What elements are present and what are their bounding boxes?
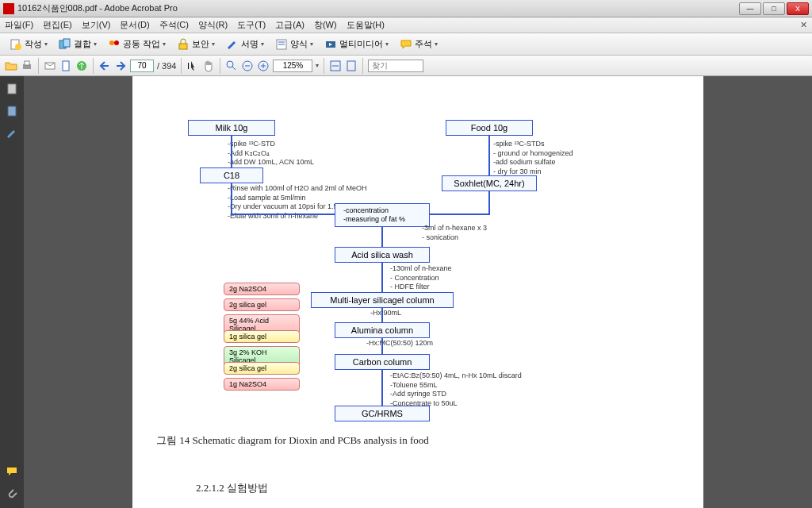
nav-panel — [0, 76, 24, 508]
menu-file[interactable]: 파일(F) — [5, 19, 33, 31]
marquee-zoom-icon[interactable] — [225, 60, 238, 72]
pill-7: 1g Na2SO4 — [224, 378, 300, 391]
attachments-panel-icon[interactable] — [6, 487, 18, 500]
menu-bar: 파일(F) 편집(E) 보기(V) 문서(D) 주석(C) 양식(R) 도구(T… — [0, 17, 812, 33]
select-icon[interactable]: I — [186, 60, 199, 72]
create-button[interactable]: 작성▾ — [5, 37, 52, 52]
menu-advanced[interactable]: 고급(A) — [275, 19, 304, 31]
pages-icon[interactable] — [59, 60, 72, 72]
svg-rect-28 — [8, 84, 16, 94]
main-area: Milk 10g -spike ¹³C-STD -Add K₂C₂O₄ -add… — [0, 76, 812, 508]
svg-point-5 — [114, 40, 119, 45]
close-button[interactable]: X — [787, 2, 809, 15]
window-controls: — □ X — [739, 2, 809, 15]
zoom-dd[interactable]: ▾ — [316, 62, 319, 69]
note-food: -spike ¹³C-STDs - ground or homogenized … — [493, 140, 573, 177]
secure-label: 보안 — [192, 38, 209, 50]
note-hxmc: -Hx:MC(50:50) 120m — [366, 339, 433, 348]
pill-6: 2g silica gel — [224, 362, 300, 375]
svg-rect-27 — [347, 61, 355, 71]
lock-icon — [177, 38, 190, 51]
sign-button[interactable]: 서명▾ — [221, 37, 269, 52]
fit-page-icon[interactable] — [345, 60, 358, 72]
create-icon — [10, 38, 22, 51]
close-doc-button[interactable]: ✕ — [800, 20, 807, 30]
search-input[interactable] — [368, 60, 423, 72]
open-icon[interactable] — [5, 60, 17, 72]
menu-window[interactable]: 창(W) — [314, 19, 337, 31]
box-multi: Multi-layer silicagel column — [311, 292, 454, 308]
forms-label: 양식 — [290, 38, 308, 50]
box-alumina: Alumina column — [335, 322, 430, 338]
svg-text:I: I — [187, 61, 190, 71]
note-acid: -130ml of n-hexane - Concentration - HDF… — [390, 264, 452, 292]
zoom-input[interactable] — [273, 60, 312, 72]
collab-button[interactable]: 공동 작업▾ — [103, 37, 170, 52]
zoom-out-icon[interactable] — [241, 60, 254, 72]
pill-4: 1g silica gel — [224, 330, 300, 343]
email-icon[interactable] — [44, 60, 56, 72]
next-page-icon[interactable] — [114, 60, 127, 72]
box-acid: Acid silica wash — [335, 247, 430, 263]
prev-page-icon[interactable] — [98, 60, 111, 72]
note-hx: -Hx 90mL — [370, 309, 401, 318]
section-heading: 2.2.1.2 실험방법 — [196, 481, 268, 495]
comment-button[interactable]: 주석▾ — [395, 37, 442, 52]
menu-forms[interactable]: 양식(R) — [198, 19, 228, 31]
window-title: 10162식품안008.pdf - Adobe Acrobat Pro — [17, 2, 739, 14]
menu-comments[interactable]: 주석(C) — [159, 19, 189, 31]
page-total: / 394 — [157, 61, 176, 71]
box-soxhlet: Soxhlet(MC, 24hr) — [442, 175, 537, 191]
box-milk: Milk 10g — [188, 120, 275, 136]
bookmarks-panel-icon[interactable] — [6, 105, 18, 117]
create-label: 작성 — [25, 38, 42, 50]
sign-label: 서명 — [241, 38, 259, 50]
menu-document[interactable]: 문서(D) — [120, 19, 149, 31]
forms-button[interactable]: 양식▾ — [270, 37, 318, 52]
combine-label: 결합 — [74, 38, 91, 50]
hand-icon[interactable] — [202, 60, 215, 72]
document-viewport[interactable]: Milk 10g -spike ¹³C-STD -Add K₂C₂O₄ -add… — [24, 76, 812, 508]
note-milk: -spike ¹³C-STD -Add K₂C₂O₄ -add DW 10mL,… — [228, 140, 314, 167]
box-c18: C18 — [200, 167, 263, 183]
app-icon — [3, 3, 14, 14]
combine-button[interactable]: 결합▾ — [54, 37, 102, 52]
svg-rect-13 — [25, 61, 29, 65]
signatures-panel-icon[interactable] — [6, 127, 18, 140]
minimize-button[interactable]: — — [739, 2, 761, 15]
box-gc: GC/HRMS — [335, 406, 430, 421]
collab-label: 공동 작업 — [123, 38, 160, 50]
pill-2: 2g silica gel — [224, 298, 300, 311]
secure-button[interactable]: 보안▾ — [172, 37, 220, 52]
fit-width-icon[interactable] — [329, 60, 342, 72]
main-toolbar: 작성▾ 결합▾ 공동 작업▾ 보안▾ 서명▾ 양식▾ 멀티미디어▾ 주석▾ — [0, 33, 812, 56]
note-carbon: -EtAC:Bz(50:50) 4mL, n-Hx 10mL discard -… — [390, 371, 522, 409]
svg-rect-6 — [179, 44, 187, 49]
box-conc: -concentration -measuring of fat % — [335, 203, 430, 227]
page-number-input[interactable] — [130, 60, 154, 72]
svg-rect-15 — [63, 61, 69, 71]
print-icon[interactable] — [21, 60, 33, 72]
svg-point-4 — [109, 40, 114, 45]
menu-view[interactable]: 보기(V) — [82, 19, 111, 31]
pill-1: 2g Na2SO4 — [224, 283, 300, 295]
comments-panel-icon[interactable] — [6, 465, 18, 478]
menu-help[interactable]: 도움말(H) — [347, 19, 385, 31]
maximize-button[interactable]: □ — [763, 2, 785, 15]
multimedia-button[interactable]: 멀티미디어▾ — [320, 37, 393, 52]
menu-tools[interactable]: 도구(T) — [237, 19, 266, 31]
menu-edit[interactable]: 편집(E) — [43, 19, 72, 31]
svg-rect-29 — [8, 106, 16, 116]
title-bar: 10162식품안008.pdf - Adobe Acrobat Pro — □ … — [0, 0, 812, 17]
svg-point-18 — [227, 61, 233, 67]
collab-icon — [108, 38, 121, 51]
pages-panel-icon[interactable] — [6, 83, 18, 95]
nav-toolbar: / 394 I ▾ — [0, 56, 812, 76]
pdf-page: Milk 10g -spike ¹³C-STD -Add K₂C₂O₄ -add… — [132, 76, 703, 508]
forms-icon — [275, 38, 288, 51]
box-carbon: Carbon column — [335, 354, 430, 370]
upload-icon[interactable] — [75, 60, 88, 72]
figure-caption: 그림 14 Schematic diagram for Dioxin and P… — [156, 433, 429, 448]
combine-icon — [59, 38, 71, 51]
zoom-in-icon[interactable] — [257, 60, 270, 72]
